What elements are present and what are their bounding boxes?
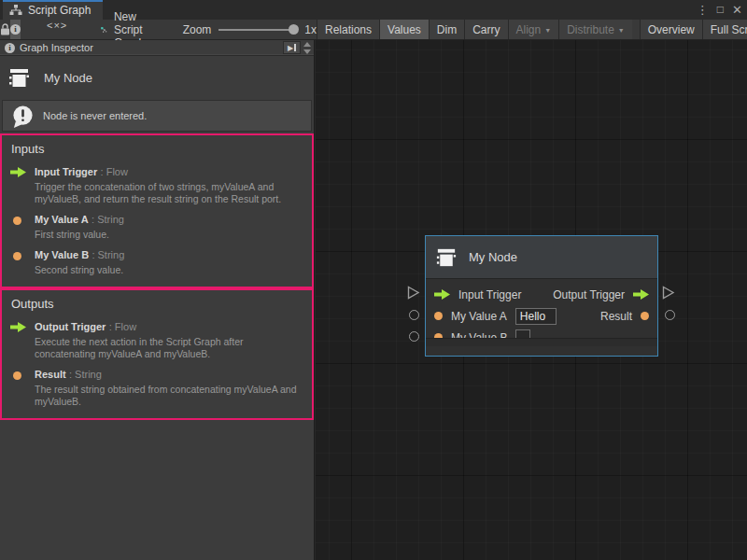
my-value-a-input[interactable] <box>515 308 557 325</box>
full-screen-button[interactable]: Full Screen <box>702 20 747 39</box>
flow-input-port-icon[interactable] <box>434 289 450 300</box>
warning-box: Node is never entered. <box>2 100 312 132</box>
external-flow-input-port[interactable] <box>407 286 420 300</box>
node-header[interactable]: My Node <box>426 236 657 279</box>
dim-button[interactable]: Dim <box>429 20 464 39</box>
full-screen-label: Full Screen <box>711 23 747 36</box>
unit-node-icon <box>434 245 458 270</box>
port-description: First string value. <box>35 229 303 241</box>
port-description: Trigger the concatenation of two strings… <box>35 181 303 205</box>
port-doc-my-value-b: My Value B : String Second string value. <box>10 248 303 276</box>
value-a-port-icon[interactable] <box>434 312 443 320</box>
node-summary: My Node <box>0 56 314 99</box>
lock-button[interactable] <box>0 20 10 39</box>
inspector-toggle-button[interactable]: i <box>10 20 21 39</box>
graph-canvas[interactable]: My Node Input Trigger Output Trigger <box>316 40 747 560</box>
dock-panel-button[interactable]: ▶ <box>283 41 301 54</box>
outputs-section: Outputs Output Trigger : Flow Execute th… <box>0 288 314 420</box>
outputs-section-title: Outputs <box>11 297 303 311</box>
script-graph-file-icon <box>101 23 107 36</box>
inspector-title: Graph Inspector <box>20 42 93 53</box>
value-port-icon <box>13 217 21 225</box>
scroll-up-icon[interactable] <box>303 42 311 47</box>
inspector-header: i Graph Inspector ▶ <box>0 40 314 56</box>
inputs-section: Inputs Input Trigger : Flow Trigger the … <box>0 133 314 288</box>
node-title: My Node <box>469 250 517 264</box>
external-value-port-a[interactable] <box>409 310 419 320</box>
close-icon[interactable]: ✕ <box>732 1 742 19</box>
node-footer <box>426 338 657 346</box>
node-body: Input Trigger Output Trigger My Value A <box>426 279 657 346</box>
port-name: My Value B <box>35 249 89 260</box>
flow-output-port-icon[interactable] <box>633 289 649 300</box>
port-name: My Value A <box>35 214 89 225</box>
port-doc-output-trigger: Output Trigger : Flow Execute the next a… <box>10 320 303 360</box>
overview-button[interactable]: Overview <box>640 20 702 39</box>
values-label: Values <box>388 23 421 36</box>
zoom-value: 1x <box>304 23 317 36</box>
port-type: : String <box>92 249 124 260</box>
port-description: Second string value. <box>35 264 303 276</box>
zoom-slider[interactable] <box>218 29 297 31</box>
flow-port-icon <box>10 167 26 177</box>
value-port-icon <box>13 252 21 260</box>
port-type: : Flow <box>101 166 128 177</box>
warning-text: Node is never entered. <box>43 110 147 121</box>
tab-bar: Script Graph ⋮ □ ✕ <box>0 0 747 20</box>
graph-toolbar: i <×> New Script Graph Zoom 1x Relations <box>0 20 747 40</box>
toolbar-right-group: Relations Values Dim Carry Align ▼ Distr… <box>317 20 747 39</box>
carry-button[interactable]: Carry <box>464 20 507 39</box>
values-button[interactable]: Values <box>379 20 429 39</box>
port-type: : Flow <box>109 321 136 332</box>
distribute-label: Distribute <box>567 23 614 36</box>
chevron-down-icon: ▼ <box>618 25 625 34</box>
port-type: : String <box>92 214 124 225</box>
distribute-dropdown[interactable]: Distribute ▼ <box>558 20 632 39</box>
relations-label: Relations <box>325 23 372 36</box>
value-port-icon <box>13 371 21 380</box>
unit-node-icon <box>7 65 32 91</box>
window-menu-icon[interactable]: ⋮ <box>697 1 709 19</box>
port-type: : String <box>69 369 102 380</box>
graph-tab-icon <box>9 5 22 16</box>
external-value-port-b[interactable] <box>409 331 419 342</box>
port-doc-my-value-a: My Value A : String First string value. <box>10 213 303 241</box>
align-dropdown[interactable]: Align ▼ <box>508 20 559 39</box>
chevron-down-icon: ▼ <box>544 25 551 34</box>
info-icon: i <box>5 43 15 53</box>
input-trigger-label: Input Trigger <box>458 288 521 301</box>
result-label: Result <box>600 310 632 323</box>
external-result-port[interactable] <box>665 310 675 320</box>
inspector-header-controls: ▶ <box>283 41 312 54</box>
my-value-a-label: My Value A <box>451 310 507 323</box>
code-preview-button[interactable]: <×> <box>47 20 67 39</box>
window-controls: ⋮ □ ✕ <box>697 1 742 19</box>
result-port-icon[interactable] <box>641 312 649 320</box>
my-node[interactable]: My Node Input Trigger Output Trigger <box>425 235 658 357</box>
zoom-slider-handle[interactable] <box>289 24 299 35</box>
dim-label: Dim <box>437 23 457 36</box>
external-flow-output-port[interactable] <box>662 286 675 300</box>
output-trigger-label: Output Trigger <box>553 288 625 301</box>
unity-script-graph-window: Script Graph ⋮ □ ✕ i <×> <box>0 0 747 560</box>
overview-label: Overview <box>648 23 695 36</box>
dock-icon: ▶ <box>288 44 293 52</box>
warning-bubble-icon <box>11 105 35 128</box>
tab-script-graph[interactable]: Script Graph <box>3 0 103 20</box>
port-description: The result string obtained from concaten… <box>35 384 303 408</box>
maximize-icon[interactable]: □ <box>717 1 724 19</box>
port-name: Input Trigger <box>35 166 97 177</box>
scroll-down-icon[interactable] <box>303 49 311 54</box>
graph-inspector-panel: i Graph Inspector ▶ My No <box>0 40 315 560</box>
flow-port-icon <box>10 322 26 332</box>
relations-button[interactable]: Relations <box>317 20 379 39</box>
inspected-node-title: My Node <box>44 71 92 85</box>
panel-scroll-arrows <box>303 42 312 54</box>
zoom-label: Zoom <box>183 23 212 36</box>
node-row-value-a: My Value A Result <box>426 305 657 327</box>
inputs-section-title: Inputs <box>11 142 303 156</box>
port-name: Result <box>35 369 66 380</box>
port-doc-input-trigger: Input Trigger : Flow Trigger the concate… <box>10 165 303 205</box>
new-script-graph-button[interactable]: New Script Graph <box>92 20 162 39</box>
info-icon: i <box>10 24 21 35</box>
